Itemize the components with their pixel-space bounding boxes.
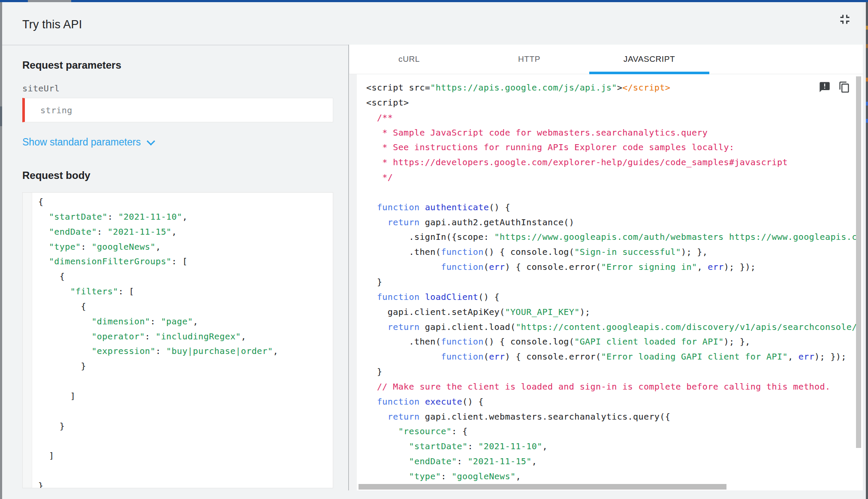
code-horizontal-scrollbar[interactable] — [349, 484, 863, 490]
background-text-fragment — [866, 102, 868, 106]
code-line — [38, 374, 333, 389]
show-standard-parameters-link[interactable]: Show standard parameters — [22, 136, 153, 148]
code-line: ▾ "dimensionFilterGroups": [ — [38, 254, 333, 269]
code-line: "endDate": "2021-11-15", — [366, 454, 856, 469]
code-vertical-scrollbar[interactable] — [856, 76, 861, 490]
code-tabbar: cURL HTTP JAVASCRIPT — [349, 45, 863, 74]
page-right-edge — [863, 2, 866, 499]
code-line: * See instructions for running APIs Expl… — [366, 140, 856, 155]
code-line: ▾ { — [38, 269, 333, 284]
request-body-code[interactable]: ▾{ "startDate": "2021-11-10", "endDate":… — [38, 194, 333, 488]
request-body-editor[interactable]: ▾{ "startDate": "2021-11-10", "endDate":… — [22, 192, 333, 488]
code-line: <script> — [366, 95, 856, 110]
code-sample-panel: cURL HTTP JAVASCRIPT <script src="https:… — [348, 45, 863, 490]
siteurl-input[interactable] — [25, 98, 333, 122]
code-line: .signIn({scope: "https://www.googleapis.… — [366, 230, 856, 245]
code-line: ▾ "resource": { — [366, 424, 856, 439]
request-parameters-heading: Request parameters — [22, 59, 121, 71]
code-line: "endDate": "2021-11-15", — [38, 224, 333, 239]
code-line: * https://developers.google.com/explorer… — [366, 155, 856, 170]
code-fold-gutter — [350, 74, 357, 490]
code-line: ] — [38, 389, 333, 404]
siteurl-label: siteUrl — [22, 83, 60, 94]
background-text-fragment — [866, 119, 868, 123]
horizontal-scrollbar-thumb[interactable] — [359, 484, 726, 490]
code-line: "type": "googleNews", — [366, 469, 856, 484]
code-line: "startDate": "2021-11-10", — [366, 439, 856, 454]
code-line: function(err) { console.error("Error loa… — [366, 349, 856, 364]
page-left-edge — [0, 2, 2, 499]
code-line: gapi.client.setApiKey("YOUR_API_KEY"); — [366, 305, 856, 320]
code-line: ▾ function loadClient() { — [366, 290, 856, 305]
code-line: "startDate": "2021-11-10", — [38, 209, 333, 224]
code-line: */ — [366, 170, 856, 185]
code-line: "expression": "buy|purchase|order", — [38, 344, 333, 359]
code-line: } — [38, 478, 333, 488]
code-line: ▾{ — [38, 194, 333, 209]
page-left-edge-segment — [0, 106, 2, 126]
page-right-scroll-edge — [866, 2, 868, 499]
feedback-icon[interactable] — [818, 81, 831, 94]
page-top-bar-notch — [28, 0, 71, 2]
code-line: <script src="https://apis.google.com/js/… — [366, 80, 856, 95]
background-text-fragment — [866, 78, 868, 82]
javascript-code-viewer[interactable]: <script src="https://apis.google.com/js/… — [349, 74, 863, 490]
code-line: ▾ { — [38, 299, 333, 314]
code-line: } — [38, 419, 333, 434]
show-standard-parameters-label: Show standard parameters — [22, 136, 141, 148]
code-line: .then(function() { console.log("Sign-in … — [366, 245, 856, 260]
fullscreen-exit-icon[interactable] — [835, 10, 854, 29]
code-line: return gapi.client.load("https://content… — [366, 320, 856, 335]
code-line — [38, 463, 333, 478]
code-line: } — [38, 359, 333, 374]
try-this-api-dialog: Try this API Request parameters siteUrl … — [0, 0, 868, 499]
siteurl-input-container — [22, 98, 333, 122]
code-line: // Make sure the client is loaded and si… — [366, 379, 856, 394]
code-line: function(err) { console.error("Error sig… — [366, 260, 856, 275]
code-line: * Sample JavaScript code for webmasters.… — [366, 125, 856, 140]
vertical-scrollbar-thumb[interactable] — [856, 76, 861, 448]
page-top-accent-bar — [0, 0, 868, 2]
code-line: ▾ /** — [366, 110, 856, 125]
code-line: .then(function() { console.log("GAPI cli… — [366, 334, 856, 349]
dialog-title: Try this API — [22, 18, 82, 31]
tab-javascript[interactable]: JAVASCRIPT — [589, 45, 709, 74]
javascript-code: <script src="https://apis.google.com/js/… — [366, 80, 856, 490]
code-line: } — [366, 275, 856, 290]
code-line: ▾ "filters": [ — [38, 284, 333, 299]
code-line: "operator": "includingRegex", — [38, 329, 333, 344]
tab-http[interactable]: HTTP — [469, 45, 589, 74]
request-body-heading: Request body — [22, 169, 90, 181]
code-line: return gapi.auth2.getAuthInstance() — [366, 215, 856, 230]
editor-fold-gutter — [23, 193, 32, 488]
code-line — [38, 404, 333, 419]
code-line: ▾ function authenticate() { — [366, 200, 856, 215]
tab-curl[interactable]: cURL — [349, 45, 469, 74]
background-text-fragment — [866, 26, 868, 30]
code-line: "dimension": "page", — [38, 314, 333, 329]
code-line: ▾ return gapi.client.webmasters.searchan… — [366, 409, 856, 424]
code-line — [38, 434, 333, 449]
code-line: ▾ function execute() { — [366, 394, 856, 409]
copy-icon[interactable] — [838, 81, 851, 94]
code-line — [366, 185, 856, 200]
background-text-fragment — [866, 44, 868, 48]
code-line: "type": "googleNews", — [38, 239, 333, 254]
code-line: ] — [38, 448, 333, 463]
code-line: } — [366, 364, 856, 379]
